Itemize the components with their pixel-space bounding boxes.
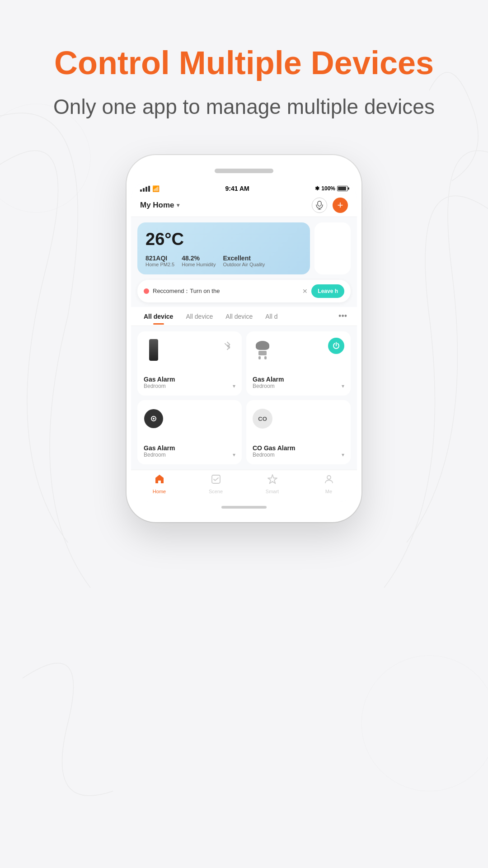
speaker-stand xyxy=(258,351,267,355)
humidity-value: 48.2% xyxy=(182,255,216,262)
speaker-legs xyxy=(258,356,267,359)
co-badge: CO xyxy=(253,409,272,429)
scene-nav-icon xyxy=(211,474,221,487)
home-nav-icon xyxy=(154,474,165,487)
humidity-stat: 48.2% Home Humidity xyxy=(182,255,216,267)
home-indicator xyxy=(221,506,267,509)
smart-nav-label: Smart xyxy=(266,489,279,494)
me-nav-icon xyxy=(324,474,334,487)
device-grid: Gas Alarm Bedroom ▾ xyxy=(131,326,357,470)
device-location-4: Bedroom xyxy=(253,452,295,458)
gas-alarm-device-1 xyxy=(149,339,158,361)
svg-point-10 xyxy=(327,476,331,479)
device-location-3: Bedroom xyxy=(144,452,175,458)
recommendation-bar: Reccomend：Turn on the ✕ Leave h xyxy=(137,280,351,302)
nav-smart[interactable]: Smart xyxy=(244,474,300,494)
smart-nav-icon xyxy=(267,474,278,487)
weather-section: 26°C 821AQI Home PM2.5 48.2% Home Humidi… xyxy=(131,217,357,280)
air-quality-label: Outdoor Air Quality xyxy=(223,262,265,267)
speaker-device xyxy=(256,341,269,359)
tab-more-icon[interactable]: ••• xyxy=(335,307,351,326)
device-tabs: All device All device All device All d •… xyxy=(131,307,357,326)
signal-bar-4 xyxy=(148,186,150,192)
rec-indicator xyxy=(144,288,149,294)
humidity-label: Home Humidity xyxy=(182,262,216,267)
scene-nav-label: Scene xyxy=(209,489,223,494)
device-card-3[interactable]: Gas Alarm Bedroom ▾ xyxy=(137,400,242,464)
device-name-1: Gas Alarm xyxy=(144,376,175,383)
home-selector[interactable]: My Home ▾ xyxy=(140,201,179,210)
tab-all-device-4[interactable]: All d xyxy=(259,308,284,325)
device-card-1-footer: Gas Alarm Bedroom ▾ xyxy=(144,376,235,389)
expand-icon-3[interactable]: ▾ xyxy=(233,452,235,458)
device-info-1: Gas Alarm Bedroom xyxy=(144,376,175,389)
bluetooth-icon: ✱ xyxy=(315,185,319,192)
speaker-leg-1 xyxy=(258,356,261,359)
status-right: ✱ 100% xyxy=(315,185,348,192)
signal-bar-1 xyxy=(140,189,142,192)
page-headline: Control Multiple Devices xyxy=(54,45,434,81)
rec-text: Reccomend：Turn on the xyxy=(153,287,299,295)
speaker-head xyxy=(256,341,269,350)
home-name: My Home xyxy=(140,201,174,210)
expand-icon-2[interactable]: ▾ xyxy=(342,383,344,389)
chevron-down-icon: ▾ xyxy=(177,202,179,208)
aqi-label: Home PM2.5 xyxy=(145,262,174,267)
rec-close-icon[interactable]: ✕ xyxy=(302,288,308,295)
status-bar: 📶 9:41 AM ✱ 100% xyxy=(131,181,357,194)
signal-bar-2 xyxy=(143,188,145,192)
device-card-1[interactable]: Gas Alarm Bedroom ▾ xyxy=(137,331,242,396)
add-button[interactable]: + xyxy=(333,198,348,213)
co-icon-container: CO xyxy=(253,406,272,431)
me-nav-label: Me xyxy=(325,489,332,494)
nav-scene[interactable]: Scene xyxy=(188,474,244,494)
nav-me[interactable]: Me xyxy=(300,474,357,494)
tab-all-device-3[interactable]: All device xyxy=(219,308,259,325)
phone-mockup: 📶 9:41 AM ✱ 100% My Home ▾ xyxy=(127,155,361,522)
nav-bar: My Home ▾ + xyxy=(131,194,357,217)
page-subheadline: Only one app to manage multiple devices xyxy=(53,94,435,119)
battery-icon xyxy=(337,186,348,191)
phone-notch-pill xyxy=(215,169,273,173)
svg-rect-2 xyxy=(318,201,321,206)
device-card-2-footer: Gas Alarm Bedroom ▾ xyxy=(253,376,344,389)
status-left: 📶 xyxy=(140,185,160,192)
device-card-1-header xyxy=(144,338,235,362)
expand-icon-1[interactable]: ▾ xyxy=(233,383,235,389)
device-card-3-footer: Gas Alarm Bedroom ▾ xyxy=(144,444,235,458)
weather-card[interactable]: 26°C 821AQI Home PM2.5 48.2% Home Humidi… xyxy=(137,222,310,274)
gas-alarm-icon-1 xyxy=(144,338,164,362)
device-location-1: Bedroom xyxy=(144,383,175,389)
expand-icon-4[interactable]: ▾ xyxy=(342,452,344,458)
weather-stats: 821AQI Home PM2.5 48.2% Home Humidity Ex… xyxy=(145,255,302,267)
nav-home[interactable]: Home xyxy=(131,474,188,494)
svg-rect-8 xyxy=(212,475,220,483)
bottom-nav: Home Scene xyxy=(131,470,357,501)
speaker-leg-2 xyxy=(264,356,267,359)
device-card-2-header xyxy=(253,338,344,362)
air-quality-value: Excellent xyxy=(223,255,265,262)
battery-percent: 100% xyxy=(321,185,335,192)
signal-bars xyxy=(140,186,150,192)
device-card-4-header: CO xyxy=(253,406,344,431)
device-name-4: CO Gas Alarm xyxy=(253,444,295,452)
aqi-stat: 821AQI Home PM2.5 xyxy=(145,255,174,267)
leave-button[interactable]: Leave h xyxy=(311,284,344,298)
svg-point-7 xyxy=(153,418,155,420)
tab-all-device-1[interactable]: All device xyxy=(137,308,179,325)
home-nav-label: Home xyxy=(153,489,166,494)
mic-button[interactable] xyxy=(312,198,327,213)
power-on-icon[interactable] xyxy=(328,338,344,354)
device-card-3-header xyxy=(144,406,235,431)
svg-marker-9 xyxy=(268,475,277,484)
device-info-4: CO Gas Alarm Bedroom xyxy=(253,444,295,458)
phone-screen: 📶 9:41 AM ✱ 100% My Home ▾ xyxy=(131,181,357,501)
svg-point-1 xyxy=(361,656,488,791)
device-location-2: Bedroom xyxy=(253,383,284,389)
device-card-2[interactable]: Gas Alarm Bedroom ▾ xyxy=(246,331,351,396)
device-card-4-footer: CO Gas Alarm Bedroom ▾ xyxy=(253,444,344,458)
tab-all-device-2[interactable]: All device xyxy=(179,308,219,325)
device-info-3: Gas Alarm Bedroom xyxy=(144,444,175,458)
device-card-4[interactable]: CO CO Gas Alarm Bedroom ▾ xyxy=(246,400,351,464)
nav-actions: + xyxy=(312,198,348,213)
